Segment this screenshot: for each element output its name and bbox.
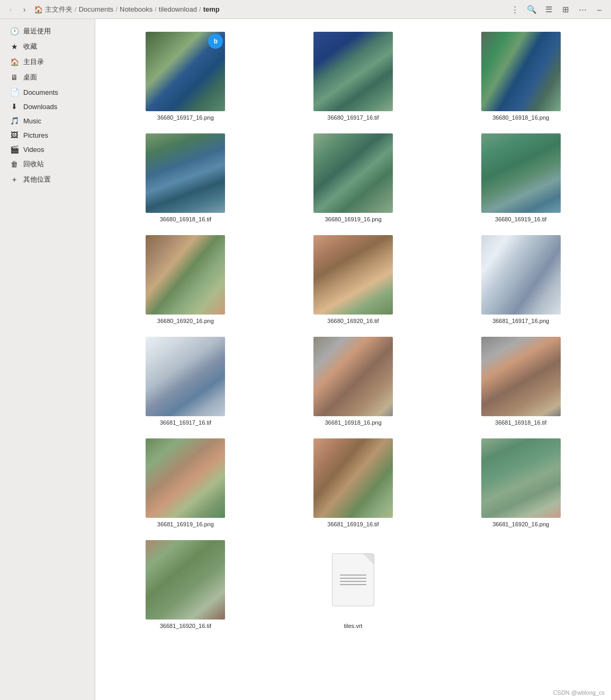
sidebar-icon-trash: 🗑 (10, 160, 19, 168)
file-thumbnail (481, 438, 561, 518)
file-name: 36681_16919_16.tif (327, 521, 379, 527)
file-thumbnail (481, 133, 561, 213)
sidebar-icon-recent: 🕐 (10, 27, 19, 35)
nav-buttons: ‹ › (4, 3, 31, 16)
file-item[interactable]: 36681_16917_16.tif (104, 333, 267, 430)
sidebar-item-documents[interactable]: 📄Documents (3, 85, 92, 99)
titlebar: ‹ › 🏠 主文件夹 / Documents / Notebooks / til… (0, 0, 611, 19)
sidebar-icon-videos: 🎬 (10, 145, 19, 154)
more-options-button[interactable]: ⋮ (507, 2, 522, 17)
sidebar-item-desktop[interactable]: 🖥桌面 (3, 70, 92, 85)
sidebar: 🕐最近使用★收藏🏠主目录🖥桌面📄Documents⬇Downloads🎵Musi… (0, 19, 95, 700)
sidebar-label-desktop: 桌面 (23, 73, 37, 82)
file-item[interactable]: 36680_16918_16.png (439, 28, 603, 125)
file-thumbnail (481, 235, 561, 315)
file-item[interactable]: 36680_16918_16.tif (104, 129, 267, 227)
sidebar-item-music[interactable]: 🎵Music (3, 114, 92, 128)
file-item[interactable]: 36680_16920_16.png (104, 231, 267, 328)
sidebar-item-videos[interactable]: 🎬Videos (3, 142, 92, 156)
file-name: 36680_16917_16.tif (327, 114, 379, 121)
file-thumbnail (313, 133, 393, 213)
file-item[interactable]: 36681_16918_16.tif (439, 333, 603, 430)
sidebar-item-trash[interactable]: 🗑回收站 (3, 157, 92, 172)
titlebar-actions: ⋮ 🔍 ☰ ⊞ ⋯ – (507, 2, 607, 17)
sidebar-item-pictures[interactable]: 🖼Pictures (3, 128, 92, 142)
sidebar-label-pictures: Pictures (23, 131, 48, 139)
sidebar-item-home[interactable]: 🏠主目录 (3, 55, 92, 69)
sidebar-icon-desktop: 🖥 (10, 73, 19, 82)
breadcrumb: 🏠 主文件夹 / Documents / Notebooks / tiledow… (34, 5, 504, 14)
sidebar-label-favorites: 收藏 (23, 42, 37, 51)
file-name: 36680_16919_16.png (325, 216, 381, 222)
sidebar-item-recent[interactable]: 🕐最近使用 (3, 24, 92, 39)
minimize-button[interactable]: – (592, 2, 607, 17)
file-name: 36680_16919_16.tif (495, 216, 546, 222)
sidebar-label-videos: Videos (23, 146, 44, 154)
file-item[interactable]: 36680_16919_16.png (272, 129, 435, 227)
watermark: CSDN @wblong_cs (553, 689, 605, 696)
sidebar-label-trash: 回收站 (23, 159, 44, 169)
file-item[interactable]: 36681_16917_16.png (439, 231, 603, 328)
view-list-button[interactable]: ☰ (541, 2, 556, 17)
file-name: 36680_16918_16.tif (160, 216, 211, 222)
file-name: 36681_16917_16.tif (160, 419, 211, 426)
sidebar-label-other: 其他位置 (23, 175, 51, 184)
file-name: 36680_16918_16.png (492, 114, 549, 121)
file-item[interactable]: 36681_16920_16.tif (104, 536, 267, 633)
file-name: 36680_16917_16.png (157, 114, 214, 121)
file-item[interactable]: 36681_16920_16.png (439, 434, 603, 532)
file-name: tiles.vrt (344, 623, 363, 629)
file-thumbnail (313, 235, 393, 315)
file-item[interactable]: tiles.vrt (272, 536, 435, 633)
file-thumbnail (146, 438, 225, 518)
file-item[interactable]: 36680_16919_16.tif (439, 129, 603, 227)
sidebar-label-downloads: Downloads (23, 103, 57, 111)
file-name: 36681_16918_16.png (325, 419, 381, 426)
file-thumbnail (481, 337, 561, 416)
breadcrumb-home[interactable]: 主文件夹 (45, 5, 73, 14)
file-thumbnail (146, 133, 225, 213)
file-item[interactable]: 36680_16917_16.tif (272, 28, 435, 125)
back-button[interactable]: ‹ (4, 3, 17, 16)
file-name: 36681_16920_16.tif (160, 623, 211, 629)
file-name: 36680_16920_16.png (157, 318, 214, 324)
sidebar-icon-other: + (10, 175, 19, 184)
file-item[interactable]: 36680_16920_16.tif (272, 231, 435, 328)
breadcrumb-documents[interactable]: Documents (79, 5, 114, 13)
sidebar-icon-music: 🎵 (10, 116, 19, 125)
sidebar-label-home: 主目录 (23, 57, 44, 67)
file-name: 36681_16919_16.png (157, 521, 214, 527)
breadcrumb-notebooks[interactable]: Notebooks (120, 5, 152, 13)
breadcrumb-tiledownload[interactable]: tiledownload (159, 5, 197, 13)
sidebar-item-downloads[interactable]: ⬇Downloads (3, 100, 92, 113)
file-thumbnail (146, 540, 225, 620)
forward-button[interactable]: › (18, 3, 31, 16)
sidebar-icon-favorites: ★ (10, 42, 19, 51)
view-grid-button[interactable]: ⊞ (558, 2, 573, 17)
file-thumbnail: b (146, 32, 225, 111)
sidebar-icon-downloads: ⬇ (10, 102, 19, 111)
sidebar-label-documents: Documents (23, 88, 58, 96)
file-name: 36680_16920_16.tif (327, 318, 379, 324)
breadcrumb-temp[interactable]: temp (203, 5, 220, 13)
file-thumbnail (481, 32, 561, 111)
file-grid: b 36680_16917_16.png 36680_16917_16.tif … (95, 19, 611, 700)
file-name: 36681_16920_16.png (492, 521, 549, 527)
properties-button[interactable]: ⋯ (575, 2, 590, 17)
main-layout: 🕐最近使用★收藏🏠主目录🖥桌面📄Documents⬇Downloads🎵Musi… (0, 19, 611, 700)
vrt-thumbnail (313, 540, 393, 620)
sidebar-icon-pictures: 🖼 (10, 131, 19, 139)
file-item[interactable]: 36681_16919_16.tif (272, 434, 435, 532)
home-icon: 🏠 (34, 5, 43, 14)
file-thumbnail (313, 337, 393, 416)
vrt-paper (332, 553, 374, 606)
file-item[interactable]: 36681_16918_16.png (272, 333, 435, 430)
file-item[interactable]: 36681_16919_16.png (104, 434, 267, 532)
file-thumbnail (313, 32, 393, 111)
sidebar-icon-documents: 📄 (10, 88, 19, 96)
sidebar-item-other[interactable]: +其他位置 (3, 172, 92, 187)
file-item[interactable]: b 36680_16917_16.png (104, 28, 267, 125)
file-thumbnail (146, 337, 225, 416)
sidebar-item-favorites[interactable]: ★收藏 (3, 39, 92, 54)
search-button[interactable]: 🔍 (524, 2, 539, 17)
